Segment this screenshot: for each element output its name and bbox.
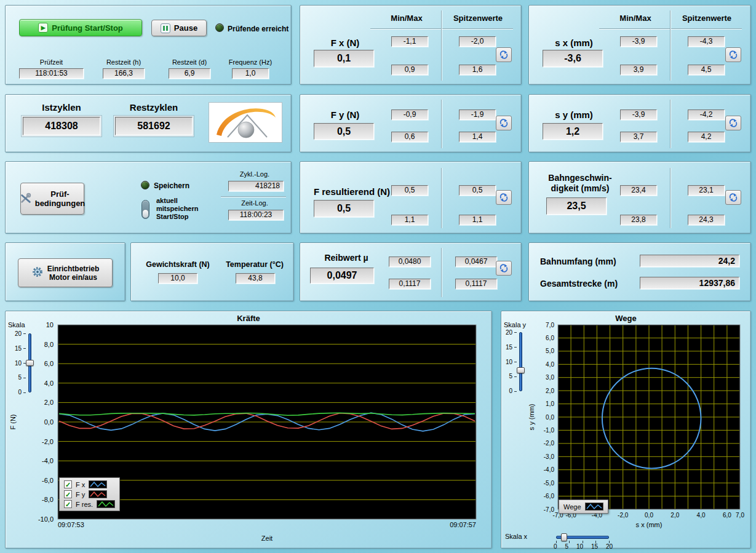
slider-tick-label: 0 bbox=[554, 543, 557, 550]
bahngeschwindigkeit-peak-min: 23,1 bbox=[688, 185, 725, 196]
svg-text:10: 10 bbox=[46, 321, 54, 328]
legend-line-sample bbox=[89, 490, 107, 498]
reibwert-peak-min: 0,0467 bbox=[455, 257, 497, 267]
svg-text:1,0: 1,0 bbox=[546, 400, 554, 407]
mitspeichern-toggle[interactable] bbox=[141, 200, 149, 219]
sy-label: s y (mm) bbox=[534, 109, 614, 120]
column-divider bbox=[670, 10, 671, 81]
restzeit-d-value: 6,9 bbox=[169, 68, 210, 79]
legend-checkbox[interactable]: ✓ bbox=[64, 480, 72, 488]
bahnumfang-label: Bahnumfang (mm) bbox=[540, 257, 616, 266]
legend-checkbox[interactable]: ✓ bbox=[64, 490, 72, 498]
sy-refresh-button[interactable] bbox=[725, 116, 741, 130]
legend-checkbox[interactable]: ✓ bbox=[64, 500, 72, 508]
panel-strecke: Bahnumfang (mm) 24,2 Gesamtstrecke (m) 1… bbox=[528, 242, 751, 301]
column-divider bbox=[670, 100, 671, 148]
pruefzeit-label: Prüfzeit bbox=[19, 58, 84, 66]
skala-y-slider-handle[interactable] bbox=[517, 367, 525, 373]
fy-min: -0,9 bbox=[391, 109, 428, 120]
svg-text:5,0: 5,0 bbox=[546, 348, 554, 354]
fy-max: 0,6 bbox=[391, 132, 428, 142]
svg-text:6,0: 6,0 bbox=[723, 512, 731, 519]
fx-peak-max: 1,6 bbox=[459, 65, 496, 75]
fy-refresh-button[interactable] bbox=[496, 116, 512, 130]
refresh-icon bbox=[499, 264, 509, 273]
slider-tick-label: 5 bbox=[509, 373, 512, 380]
fx-refresh-button[interactable] bbox=[496, 47, 512, 62]
skala-y-slider-ticks bbox=[514, 332, 517, 392]
reibwert-value: 0,0497 bbox=[310, 268, 374, 284]
skala-x-slider-scale: 05101520 bbox=[554, 543, 613, 550]
minmax-header: Min/Max bbox=[602, 14, 669, 23]
svg-text:4,0: 4,0 bbox=[546, 361, 554, 368]
restzyklen-value: 581692 bbox=[115, 117, 193, 135]
fres-refresh-button[interactable] bbox=[496, 190, 512, 205]
gewichtskraft-value: 10,0 bbox=[158, 273, 197, 284]
restzeit-d-label: Restzeit (d) bbox=[162, 58, 217, 66]
fx-label: F x (N) bbox=[305, 38, 385, 48]
legend-line-sample bbox=[585, 503, 603, 511]
gear-icon bbox=[31, 266, 44, 280]
pruefende-label: Prüfende erreicht bbox=[228, 25, 288, 33]
sx-peak-min: -4,3 bbox=[688, 36, 725, 47]
toggle-knob[interactable] bbox=[142, 209, 149, 218]
reibwert-max: 0,1117 bbox=[389, 279, 431, 289]
temperatur-label: Temperatur (°C) bbox=[221, 260, 288, 269]
svg-text:3,0: 3,0 bbox=[546, 374, 554, 381]
panel-pruefbedingungen: Prüf- bedingungen Speichern aktuell mits… bbox=[5, 161, 292, 234]
svg-text:-10,0: -10,0 bbox=[38, 515, 54, 523]
column-divider bbox=[441, 10, 442, 81]
svg-text:-2,0: -2,0 bbox=[618, 512, 629, 519]
restzeit-h-value: 166,3 bbox=[103, 68, 145, 79]
sx-refresh-button[interactable] bbox=[725, 47, 741, 62]
refresh-icon bbox=[499, 50, 509, 59]
company-logo bbox=[209, 102, 282, 143]
slider-tick-label: 5 bbox=[565, 543, 568, 550]
sx-min: -3,9 bbox=[620, 36, 657, 47]
tools-icon bbox=[20, 192, 32, 206]
refresh-icon bbox=[728, 50, 738, 59]
restzeit-h-label: Restzeit (h) bbox=[96, 58, 151, 66]
slider-tick-label: 20 bbox=[606, 543, 613, 550]
svg-text:4,0: 4,0 bbox=[44, 380, 54, 387]
refresh-icon bbox=[499, 193, 509, 202]
skala-x-slider-handle[interactable] bbox=[561, 533, 567, 541]
svg-text:-5,0: -5,0 bbox=[544, 480, 555, 487]
skala-y-slider-track[interactable] bbox=[519, 332, 522, 391]
panel-fx: Min/Max Spitzenwerte F x (N) 0,1 -1,1 0,… bbox=[300, 5, 522, 85]
skala-x-label: Skala x bbox=[505, 533, 533, 540]
legend-line-sample bbox=[97, 500, 115, 508]
einrichtbetrieb-button-label: Einrichtbetrieb Motor ein/aus bbox=[47, 265, 100, 282]
svg-text:-1,0: -1,0 bbox=[544, 427, 555, 434]
panel-sy: s y (mm) 1,2 -3,9 3,7 -4,2 4,2 bbox=[528, 94, 751, 153]
svg-text:-2,0: -2,0 bbox=[544, 440, 555, 447]
einrichtbetrieb-button[interactable]: Einrichtbetrieb Motor ein/aus bbox=[18, 258, 113, 287]
svg-text:2,0: 2,0 bbox=[670, 512, 679, 519]
reibwert-refresh-button[interactable] bbox=[496, 261, 512, 276]
sy-peak-min: -4,2 bbox=[688, 109, 725, 120]
column-divider bbox=[441, 168, 442, 228]
pruefbedingungen-button[interactable]: Prüf- bedingungen bbox=[20, 183, 84, 215]
bahngeschwindigkeit-peak-max: 24,3 bbox=[688, 215, 725, 225]
svg-text:-2,0: -2,0 bbox=[42, 438, 54, 445]
column-divider bbox=[670, 168, 671, 228]
column-divider bbox=[441, 248, 442, 297]
start-stop-button[interactable]: ▶ Prüfung Start/Stop bbox=[19, 19, 142, 36]
fy-peak-max: 1,4 bbox=[459, 132, 496, 142]
svg-text:0,0: 0,0 bbox=[645, 512, 653, 519]
svg-text:-6,0: -6,0 bbox=[544, 493, 555, 499]
pruefzeit-value: 118:01:53 bbox=[19, 68, 84, 79]
svg-text:F (N): F (N) bbox=[9, 414, 17, 429]
column-divider bbox=[441, 100, 442, 148]
refresh-icon bbox=[728, 119, 738, 127]
svg-text:0,0: 0,0 bbox=[546, 414, 554, 421]
temperatur-value: 43,8 bbox=[236, 273, 275, 284]
pruefende-led bbox=[215, 23, 224, 32]
fres-min: 0,5 bbox=[391, 185, 428, 196]
istzyklen-value: 418308 bbox=[23, 117, 100, 135]
fres-peak-max: 1,1 bbox=[459, 215, 496, 225]
pause-button[interactable]: Pause bbox=[151, 20, 207, 36]
bahngeschwindigkeit-refresh-button[interactable] bbox=[725, 190, 741, 205]
bahngeschwindigkeit-min: 23,4 bbox=[620, 185, 657, 196]
refresh-icon bbox=[728, 193, 738, 202]
